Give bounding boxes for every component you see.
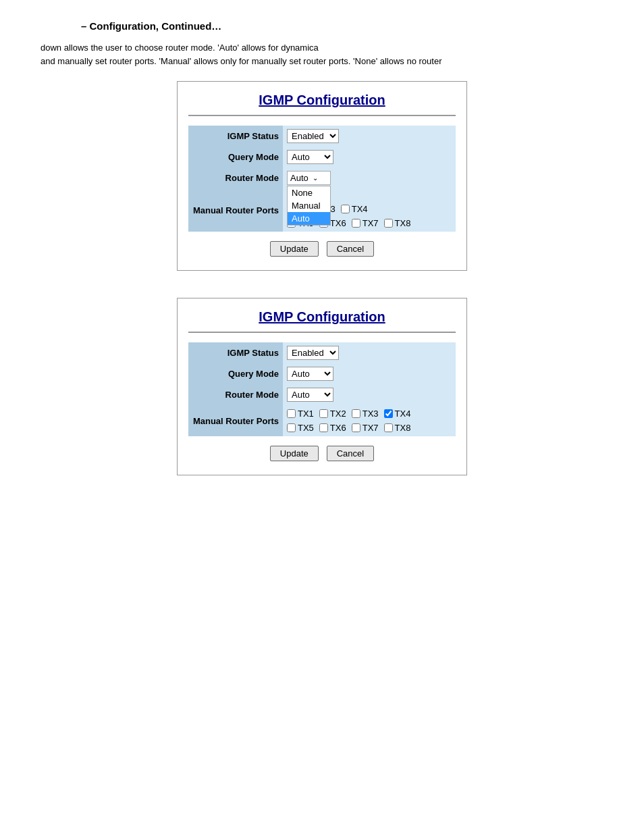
panel1-igmp-status-row: IGMP Status Enabled Disabled: [188, 126, 456, 147]
panel2-router-mode-label: Router Mode: [188, 384, 283, 405]
panel1-update-button[interactable]: Update: [270, 241, 319, 257]
router-mode-option-none[interactable]: None: [288, 186, 330, 199]
panel1-cancel-button[interactable]: Cancel: [327, 241, 374, 257]
description: down allows the user to choose router mo…: [41, 41, 603, 68]
p2-tx7-checkbox[interactable]: [352, 423, 360, 432]
p2-tx4-checkbox[interactable]: [384, 409, 393, 418]
tx8-checkbox[interactable]: [384, 219, 393, 228]
panel2-igmp-status-select[interactable]: Enabled Disabled: [287, 346, 339, 360]
p2-tx5-label: TX5: [298, 423, 314, 433]
igmp-config-panel-2: IGMP Configuration IGMP Status Enabled D…: [177, 298, 467, 475]
panel2-ports-row2: TX5 TX6 TX7 TX8: [287, 421, 452, 433]
tx4-checkbox[interactable]: [341, 205, 350, 213]
p2-tx6-label: TX6: [330, 423, 346, 433]
panel1-table: IGMP Status Enabled Disabled Query Mode …: [188, 126, 456, 232]
router-mode-option-manual[interactable]: Manual: [288, 199, 330, 212]
p2-tx8-label: TX8: [395, 423, 411, 433]
panel2-router-mode-value[interactable]: Auto Manual None: [283, 384, 456, 405]
panel1-query-mode-label: Query Mode: [188, 147, 283, 167]
tx4-checkbox-item[interactable]: TX4: [341, 204, 368, 214]
igmp-status-select[interactable]: Enabled Disabled: [287, 129, 339, 143]
router-mode-dropdown[interactable]: Auto ⌄ None Manual Auto: [287, 171, 331, 185]
router-mode-dropdown-list[interactable]: None Manual Auto: [287, 186, 331, 226]
p2-tx1-label: TX1: [298, 409, 314, 419]
panel2-update-button[interactable]: Update: [270, 446, 319, 461]
dropdown-arrow-icon: ⌄: [313, 174, 318, 182]
tx7-checkbox-item[interactable]: TX7: [352, 218, 379, 228]
router-mode-select-box[interactable]: Auto ⌄: [287, 171, 331, 185]
panel2-manual-router-ports-row: Manual Router Ports TX1 TX2 TX3 TX4 TX5 …: [188, 405, 456, 436]
igmp-config-panel-1: IGMP Configuration IGMP Status Enabled D…: [177, 81, 467, 271]
p2-tx1-checkbox[interactable]: [287, 409, 296, 418]
panel2-igmp-status-value[interactable]: Enabled Disabled: [283, 342, 456, 363]
panel2-table: IGMP Status Enabled Disabled Query Mode …: [188, 342, 456, 436]
panel2-query-mode-row: Query Mode Auto Manual: [188, 363, 456, 384]
p2-tx4-label: TX4: [395, 409, 411, 419]
panel2-router-mode-select[interactable]: Auto Manual None: [287, 388, 333, 402]
p2-tx7-item[interactable]: TX7: [352, 423, 379, 433]
panel1-igmp-status-label: IGMP Status: [188, 126, 283, 147]
p2-tx2-item[interactable]: TX2: [319, 409, 346, 419]
panel2-igmp-status-row: IGMP Status Enabled Disabled: [188, 342, 456, 363]
tx8-label: TX8: [395, 218, 411, 228]
panel2-igmp-status-label: IGMP Status: [188, 342, 283, 363]
p2-tx7-label: TX7: [363, 423, 379, 433]
p2-tx2-label: TX2: [330, 409, 346, 419]
panel2-query-mode-label: Query Mode: [188, 363, 283, 384]
page-heading: – Configuration, Continued…: [41, 20, 603, 32]
panel2-manual-router-ports-value: TX1 TX2 TX3 TX4 TX5 TX6 TX7 TX8: [283, 405, 456, 436]
tx6-label: TX6: [330, 218, 346, 228]
p2-tx3-label: TX3: [363, 409, 379, 419]
desc-line2: and manually set router ports. 'Manual' …: [41, 56, 442, 66]
panel2-query-mode-select[interactable]: Auto Manual: [287, 367, 333, 381]
panel1-title: IGMP Configuration: [188, 93, 456, 116]
p2-tx4-item[interactable]: TX4: [384, 409, 411, 419]
p2-tx6-item[interactable]: TX6: [319, 423, 346, 433]
tx7-label: TX7: [363, 218, 379, 228]
query-mode-select[interactable]: Auto Manual: [287, 150, 333, 164]
panel2-ports-row1: TX1 TX2 TX3 TX4: [287, 409, 452, 419]
panel1-router-mode-row: Router Mode Auto ⌄ None Manual Auto: [188, 167, 456, 188]
router-mode-option-auto[interactable]: Auto: [288, 212, 330, 225]
p2-tx8-item[interactable]: TX8: [384, 423, 411, 433]
p2-tx3-checkbox[interactable]: [352, 409, 360, 418]
p2-tx5-checkbox[interactable]: [287, 423, 296, 432]
tx7-checkbox[interactable]: [352, 219, 360, 228]
panel1-router-mode-label: Router Mode: [188, 167, 283, 188]
p2-tx8-checkbox[interactable]: [384, 423, 393, 432]
panel1-buttons: Update Cancel: [188, 241, 456, 257]
p2-tx1-item[interactable]: TX1: [287, 409, 314, 419]
panel2-manual-router-ports-label: Manual Router Ports: [188, 405, 283, 436]
panel2-ports-group: TX1 TX2 TX3 TX4 TX5 TX6 TX7 TX8: [287, 409, 452, 433]
tx4-label: TX4: [352, 204, 368, 214]
panel1-router-mode-value[interactable]: Auto ⌄ None Manual Auto: [283, 167, 456, 188]
router-mode-selected: Auto: [290, 173, 308, 183]
panel2-router-mode-row: Router Mode Auto Manual None: [188, 384, 456, 405]
p2-tx5-item[interactable]: TX5: [287, 423, 314, 433]
p2-tx3-item[interactable]: TX3: [352, 409, 379, 419]
panel1-manual-router-ports-label: Manual Router Ports: [188, 188, 283, 232]
p2-tx2-checkbox[interactable]: [319, 409, 328, 418]
panel1-query-mode-row: Query Mode Auto Manual: [188, 147, 456, 167]
panel1-query-mode-value[interactable]: Auto Manual: [283, 147, 456, 167]
panel2-query-mode-value[interactable]: Auto Manual: [283, 363, 456, 384]
tx8-checkbox-item[interactable]: TX8: [384, 218, 411, 228]
panel1-igmp-status-value[interactable]: Enabled Disabled: [283, 126, 456, 147]
desc-line1: down allows the user to choose router mo…: [41, 43, 319, 53]
p2-tx6-checkbox[interactable]: [319, 423, 328, 432]
panel2-cancel-button[interactable]: Cancel: [327, 446, 374, 461]
panel2-buttons: Update Cancel: [188, 446, 456, 461]
panel2-title: IGMP Configuration: [188, 309, 456, 333]
